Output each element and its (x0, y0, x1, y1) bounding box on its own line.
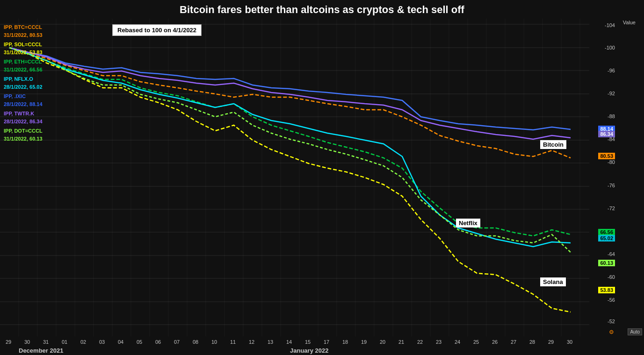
x-date-02: 02 (80, 339, 86, 345)
x-date-11: 11 (230, 339, 236, 345)
y-label-96: -96 (608, 68, 615, 73)
legend-ixic-ticker: IPP, .IXIC (4, 92, 43, 100)
legend-dot-ticker: IPP, DOT=CCCL (4, 127, 43, 135)
x-date-13: 13 (268, 339, 273, 345)
legend-sol-value: 31/1/2022, 53.83 (4, 49, 43, 57)
auto-badge: Auto (628, 328, 642, 335)
x-date-30: 30 (567, 339, 572, 345)
legend-btc-value: 31/1/2022, 80.53 (4, 31, 43, 39)
legend-nflx-ticker: IPP, NFLX.O (4, 75, 43, 83)
chart-title: Bitcoin fares better than altcoins as cr… (0, 0, 644, 18)
x-date-18: 18 (342, 339, 348, 345)
btc-value-badge: 80.53 (598, 153, 615, 159)
y-axis-title: Value (623, 20, 636, 25)
legend-twtr-ticker: IPP, TWTR.K (4, 110, 43, 118)
x-date-30dec: 30 (24, 339, 30, 345)
y-label-80: -80 (608, 159, 615, 165)
legend: IPP, BTC=CCCL 31/1/2022, 80.53 IPP, SOL=… (4, 23, 43, 142)
twtr-value-badge: 86.34 (598, 131, 615, 137)
main-chart (0, 19, 616, 336)
x-date-25: 25 (473, 339, 479, 345)
y-label-104: -104 (605, 22, 615, 28)
eth-value-badge: 66.56 (598, 229, 615, 235)
x-date-08: 08 (193, 339, 198, 345)
nflx-value-badge: 65.02 (598, 235, 615, 241)
x-date-29: 29 (548, 339, 554, 345)
x-date-03: 03 (99, 339, 105, 345)
x-date-22: 22 (417, 339, 423, 345)
y-label-88: -88 (608, 114, 615, 119)
sol-value-badge: 53.83 (598, 287, 615, 293)
x-date-04: 04 (118, 339, 123, 345)
y-label-72: -72 (608, 206, 615, 211)
x-axis: 29 30 31 01 02 03 04 05 06 07 08 10 11 1… (0, 336, 616, 355)
y-label-56: -56 (608, 297, 615, 303)
legend-eth-ticker: IPP, ETH=CCCL (4, 58, 43, 66)
x-month-dec: December 2021 (19, 347, 63, 354)
legend-nflx-value: 28/1/2022, 65.02 (4, 83, 43, 91)
y-label-76: -76 (608, 183, 615, 188)
x-month-jan: January 2022 (290, 347, 328, 354)
x-date-05: 05 (137, 339, 142, 345)
legend-sol-ticker: IPP, SOL=CCCL (4, 41, 43, 49)
y-label-100: -100 (605, 45, 615, 50)
x-date-31dec: 31 (43, 339, 49, 345)
solana-label: Solana (540, 277, 566, 286)
legend-dot-value: 31/1/2022, 60.13 (4, 135, 43, 143)
legend-btc-ticker: IPP, BTC=CCCL (4, 23, 43, 31)
x-date-01: 01 (62, 339, 67, 345)
rebase-box: Rebased to 100 on 4/1/2022 (112, 24, 202, 36)
bitcoin-label: Bitcoin (540, 140, 566, 149)
x-date-27: 27 (511, 339, 516, 345)
legend-eth-value: 31/1/2022, 66.56 (4, 66, 43, 74)
x-date-28: 28 (529, 339, 535, 345)
legend-twtr-value: 28/1/2022, 86.34 (4, 118, 43, 126)
x-date-29dec: 29 (6, 339, 11, 345)
x-date-26: 26 (492, 339, 498, 345)
x-date-10: 10 (211, 339, 217, 345)
y-label-52: -52 (608, 319, 615, 324)
x-date-12: 12 (249, 339, 254, 345)
x-date-06: 06 (155, 339, 161, 345)
x-date-15: 15 (305, 339, 311, 345)
y-label-64: -64 (608, 251, 615, 257)
x-date-24: 24 (455, 339, 460, 345)
dot-value-badge: 60.13 (598, 260, 615, 266)
chart-container: Bitcoin fares better than altcoins as cr… (0, 0, 644, 355)
y-label-92: -92 (608, 91, 615, 96)
x-date-21: 21 (398, 339, 404, 345)
x-date-19: 19 (361, 339, 367, 345)
x-date-17: 17 (324, 339, 329, 345)
x-date-14: 14 (286, 339, 292, 345)
x-date-07: 07 (174, 339, 180, 345)
legend-ixic-value: 28/1/2022, 88.14 (4, 100, 43, 108)
x-date-20: 20 (380, 339, 385, 345)
y-label-60: -60 (608, 274, 615, 280)
chart-icon: ⚙ (609, 329, 614, 335)
x-date-23: 23 (436, 339, 441, 345)
netflix-label: Netflix (456, 219, 480, 227)
